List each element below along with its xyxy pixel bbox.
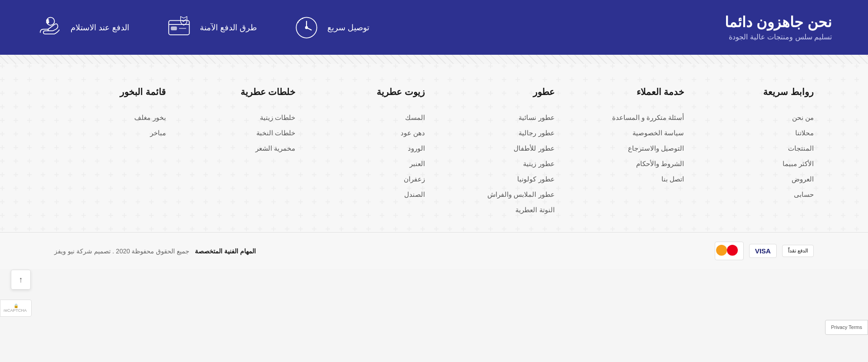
list-item[interactable]: العنبر — [313, 160, 425, 168]
incense-list: بخور مغلف مباخر — [54, 114, 166, 137]
list-item[interactable]: النوتة العطرية — [443, 206, 555, 214]
list-item[interactable]: بخور مغلف — [54, 114, 166, 122]
blends-list: خلطات زيتية خلطات النخبة مخمرية الشعر — [184, 114, 296, 152]
list-item[interactable]: مخمرية الشعر — [184, 144, 296, 152]
list-item[interactable]: اتصل بنا — [573, 175, 684, 183]
hero-subtitle: تسليم سلس ومنتجات عالية الجودة — [725, 33, 832, 41]
visa-badge: VISA — [749, 244, 777, 258]
list-item[interactable]: الشروط والأحكام — [573, 160, 684, 168]
svg-point-3 — [305, 26, 307, 29]
footer-copyright: المهام الفنية المتخصصة جميع الحقوق محفوظ… — [54, 248, 256, 255]
quick-links-list: من نحن محلاتنا المنتجات الأكثر مبيما الع… — [702, 114, 814, 199]
list-item[interactable]: عطور للأطفال — [443, 144, 555, 152]
feature-secure-payment-label: طرق الدفع الآمنة — [200, 23, 257, 33]
list-item[interactable]: المسك — [313, 114, 425, 122]
list-item[interactable]: عطور الملابس والفراش — [443, 191, 555, 199]
customer-service-title: خدمة العملاء — [573, 86, 684, 101]
feature-fast-delivery: توصيل سريع — [293, 14, 369, 41]
essential-oils-list: المسك دهن عود الورود العنبر زعفران الصند… — [313, 114, 425, 199]
list-item[interactable]: محلاتنا — [702, 129, 814, 137]
feature-secure-payment: طرق الدفع الآمنة — [165, 14, 257, 41]
list-item[interactable]: خلطات زيتية — [184, 114, 296, 122]
list-item[interactable]: حسابى — [702, 191, 814, 199]
blends-title: خلطات عطرية — [184, 86, 296, 101]
privacy-terms-text: Privacy Terms — [831, 324, 862, 330]
list-item[interactable]: أسئلة متكررة و المساعدة — [573, 114, 684, 122]
hero-title-block: نحن جاهزون دائما تسليم سلس ومنتجات عالية… — [725, 14, 832, 41]
customer-service-list: أسئلة متكررة و المساعدة سياسة الخصوصية ا… — [573, 114, 684, 183]
footer-col-quick-links: روابط سريعة من نحن محلاتنا المنتجات الأك… — [702, 86, 814, 214]
list-item[interactable]: دهن عود — [313, 129, 425, 137]
card-icon — [165, 14, 193, 41]
footer-content: روابط سريعة من نحن محلاتنا المنتجات الأك… — [0, 64, 868, 232]
recaptcha-label: 🔒 reCAPTCHA — [5, 304, 27, 313]
mc-circle-red — [727, 245, 738, 256]
mastercard-icon — [721, 245, 738, 256]
list-item[interactable]: العروض — [702, 175, 814, 183]
footer-col-blends: خلطات عطرية خلطات زيتية خلطات النخبة مخم… — [184, 86, 296, 214]
list-item[interactable]: التوصيل والاسترجاع — [573, 144, 684, 152]
list-item[interactable]: الصندل — [313, 191, 425, 199]
quick-links-title: روابط سريعة — [702, 86, 814, 101]
hero-banner: نحن جاهزون دائما تسليم سلس ومنتجات عالية… — [0, 0, 868, 55]
copyright-text: جميع الحقوق محفوظة 2020 . تصميم شركة نيو… — [54, 248, 189, 255]
brand-name: المهام الفنية المتخصصة — [195, 248, 256, 255]
perfumes-title: عطور — [443, 86, 555, 101]
hand-coin-icon: $ — [36, 14, 63, 41]
list-item[interactable]: سياسة الخصوصية — [573, 129, 684, 137]
footer-bottom: الدفع نقداً VISA المهام الفنية المتخصصة … — [0, 232, 868, 269]
list-item[interactable]: عطور رجالية — [443, 129, 555, 137]
feature-cash-delivery-label: الدفع عند الاستلام — [71, 23, 129, 33]
svg-text:$: $ — [46, 19, 49, 24]
list-item[interactable]: خلطات النخبة — [184, 129, 296, 137]
list-item[interactable]: الأكثر مبيما — [702, 160, 814, 168]
recaptcha-badge: 🔒 reCAPTCHA — [0, 300, 32, 317]
mastercard-badge — [715, 242, 744, 260]
svg-rect-6 — [171, 27, 177, 30]
list-item[interactable]: زعفران — [313, 175, 425, 183]
feature-fast-delivery-label: توصيل سريع — [327, 23, 369, 33]
list-item[interactable]: من نحن — [702, 114, 814, 122]
list-item[interactable]: الورود — [313, 144, 425, 152]
payment-methods: الدفع نقداً VISA — [715, 242, 814, 260]
scroll-top-button[interactable]: ↑ — [11, 270, 31, 290]
cash-payment-badge: الدفع نقداً — [782, 245, 814, 257]
footer-col-perfumes: عطور عطور نسائية عطور رجالية عطور للأطفا… — [443, 86, 555, 214]
list-item[interactable]: المنتجات — [702, 144, 814, 152]
list-item[interactable]: مباخر — [54, 129, 166, 137]
clock-icon — [293, 14, 320, 41]
pattern-strip — [0, 55, 868, 64]
list-item[interactable]: عطور نسائية — [443, 114, 555, 122]
feature-cash-delivery: $ الدفع عند الاستلام — [36, 14, 129, 41]
footer-col-incense: قائمة البخور بخور مغلف مباخر — [54, 86, 166, 214]
footer-col-customer-service: خدمة العملاء أسئلة متكررة و المساعدة سيا… — [573, 86, 684, 214]
footer-columns: روابط سريعة من نحن محلاتنا المنتجات الأك… — [54, 86, 814, 214]
list-item[interactable]: عطور كولونيا — [443, 175, 555, 183]
privacy-terms-badge[interactable]: Privacy Terms — [825, 320, 868, 335]
footer-col-essential-oils: زيوت عطرية المسك دهن عود الورود العنبر ز… — [313, 86, 425, 214]
list-item[interactable]: عطور زيتية — [443, 160, 555, 168]
hero-features: توصيل سريع طرق الدفع الآمنة — [36, 14, 369, 41]
incense-title: قائمة البخور — [54, 86, 166, 101]
mc-circle-yellow — [716, 245, 727, 256]
perfumes-list: عطور نسائية عطور رجالية عطور للأطفال عطو… — [443, 114, 555, 214]
hero-title: نحن جاهزون دائما — [725, 14, 832, 31]
chevron-up-icon: ↑ — [19, 275, 23, 285]
essential-oils-title: زيوت عطرية — [313, 86, 425, 101]
